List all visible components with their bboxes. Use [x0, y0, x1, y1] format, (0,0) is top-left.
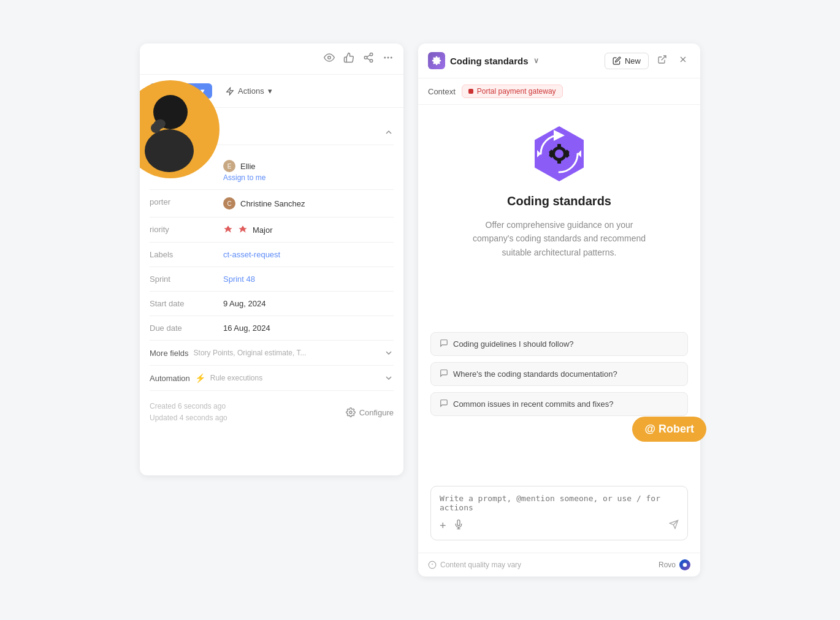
- panel-title-text: Coding standards: [450, 56, 529, 66]
- rovo-badge: Rovo: [659, 559, 690, 570]
- svg-point-12: [384, 57, 386, 58]
- ai-chat-panel: Coding standards ∨ New Context: [418, 43, 700, 577]
- assign-to-me-link[interactable]: Assign to me: [223, 173, 265, 182]
- labels-value[interactable]: ct-asset-request: [223, 250, 394, 259]
- add-icon[interactable]: +: [440, 520, 446, 532]
- external-link-button[interactable]: [655, 52, 670, 69]
- svg-point-11: [391, 57, 392, 58]
- reporter-label: porter: [150, 197, 211, 206]
- automation-chevron-icon: [384, 373, 394, 383]
- footer-row: Created 6 seconds ago Updated 4 seconds …: [150, 391, 394, 424]
- send-icon[interactable]: [669, 520, 679, 532]
- svg-point-20: [555, 149, 563, 158]
- configure-button[interactable]: Configure: [346, 407, 394, 417]
- panel-title[interactable]: Coding standards ∨: [428, 52, 539, 69]
- info-icon: [428, 561, 437, 569]
- close-button[interactable]: [676, 52, 690, 69]
- new-button[interactable]: New: [605, 53, 649, 69]
- due-date-row: Due date 16 Aug, 2024: [150, 319, 394, 338]
- svg-point-13: [349, 411, 352, 414]
- due-date-label: Due date: [150, 323, 211, 333]
- configure-label: Configure: [359, 408, 394, 417]
- mic-icon[interactable]: [454, 520, 464, 532]
- thumbs-up-icon[interactable]: [343, 52, 354, 66]
- start-date-label: Start date: [150, 299, 211, 308]
- suggestion-3-text: Common issues in recent commits and fixe…: [453, 399, 614, 409]
- priority-icon: [223, 225, 233, 235]
- context-bar: Context Portal payment gateway: [418, 78, 700, 105]
- context-tag[interactable]: Portal payment gateway: [462, 85, 563, 98]
- svg-point-10: [388, 57, 389, 58]
- actions-button[interactable]: Actions ▾: [220, 83, 278, 99]
- suggestion-chip-1[interactable]: Coding guidelines I should follow?: [430, 332, 688, 356]
- suggestion-2-text: Where's the coding standards documentati…: [453, 369, 617, 379]
- external-link-icon: [657, 55, 667, 64]
- start-date-row: Start date 9 Aug, 2024: [150, 294, 394, 313]
- chat-footer: Content quality may vary Rovo: [418, 553, 700, 577]
- reporter-row: porter C Christine Sanchez: [150, 192, 394, 214]
- ai-hexagon-icon: [529, 123, 590, 184]
- coding-standards-icon: [428, 52, 445, 69]
- eye-icon[interactable]: [324, 52, 335, 66]
- ai-icon-area: Coding standards Offer comprehensive gui…: [467, 123, 651, 259]
- timestamps: Created 6 seconds ago Updated 4 seconds …: [150, 401, 227, 424]
- actions-label: Actions: [238, 86, 264, 96]
- svg-rect-21: [557, 144, 561, 148]
- context-tag-text: Portal payment gateway: [477, 87, 556, 96]
- start-date-value: 9 Aug, 2024: [223, 299, 394, 308]
- created-timestamp: Created 6 seconds ago: [150, 401, 227, 412]
- more-fields-meta: Story Points, Original estimate, T...: [194, 349, 307, 357]
- sprint-label: Sprint: [150, 274, 211, 284]
- updated-timestamp: Updated 4 seconds ago: [150, 412, 227, 424]
- ai-description: Offer comprehensive guidance on your com…: [467, 218, 651, 259]
- assignee-avatar: E: [223, 160, 235, 172]
- due-date-value: 16 Aug, 2024: [223, 323, 394, 333]
- quality-notice: Content quality may vary: [440, 561, 521, 569]
- suggestion-1-text: Coding guidelines I should follow?: [453, 339, 574, 349]
- svg-line-9: [367, 55, 370, 57]
- more-fields-label: More fields: [150, 349, 189, 358]
- sprint-value[interactable]: Sprint 48: [223, 274, 394, 284]
- top-actions-bar: [140, 43, 403, 75]
- tooltip-text: @ Robert: [644, 423, 694, 435]
- more-icon[interactable]: [383, 52, 394, 66]
- rovo-icon: [679, 559, 690, 570]
- svg-point-4: [328, 56, 331, 59]
- ai-title: Coding standards: [507, 194, 611, 208]
- more-fields-row[interactable]: More fields Story Points, Original estim…: [150, 340, 394, 366]
- chat-input-area: +: [430, 486, 688, 540]
- svg-point-1: [145, 129, 194, 172]
- chat-icon-2: [440, 369, 448, 379]
- svg-point-6: [364, 56, 367, 59]
- suggestion-chip-3[interactable]: Common issues in recent commits and fixe…: [430, 392, 688, 416]
- automation-label: Automation: [150, 374, 190, 383]
- close-icon: [678, 55, 688, 64]
- edit-icon: [613, 56, 621, 65]
- chat-input-left-actions: +: [440, 520, 464, 532]
- labels-row: Labels ct-asset-request: [150, 245, 394, 264]
- chat-body: Coding standards Offer comprehensive gui…: [418, 105, 700, 553]
- lightning-icon: ⚡: [195, 373, 205, 383]
- share-icon[interactable]: [363, 52, 374, 66]
- svg-point-5: [370, 53, 373, 56]
- suggestion-chip-2[interactable]: Where's the coding standards documentati…: [430, 362, 688, 386]
- priority-row: riority Major: [150, 220, 394, 240]
- left-panel: In progress ▾ Actions ▾ Details Assignee…: [140, 43, 403, 475]
- chat-input[interactable]: [440, 494, 679, 512]
- priority-icon-2: [238, 225, 248, 235]
- context-label: Context: [428, 87, 456, 96]
- svg-point-38: [683, 563, 687, 567]
- panel-title-chevron-icon: ∨: [533, 56, 539, 65]
- sprint-row: Sprint Sprint 48: [150, 270, 394, 289]
- svg-point-3: [151, 123, 161, 133]
- chat-icon-1: [440, 339, 448, 349]
- context-tag-dot: [468, 89, 473, 94]
- automation-row[interactable]: Automation ⚡ Rule executions: [150, 366, 394, 391]
- actions-chevron-icon: ▾: [268, 86, 272, 96]
- collapse-icon[interactable]: [384, 127, 394, 137]
- priority-value: Major: [223, 225, 394, 235]
- automation-meta: Rule executions: [210, 374, 262, 382]
- labels-label: Labels: [150, 250, 211, 259]
- suggestion-chips: Coding guidelines I should follow? Where…: [430, 332, 688, 416]
- reporter-avatar: C: [223, 197, 235, 210]
